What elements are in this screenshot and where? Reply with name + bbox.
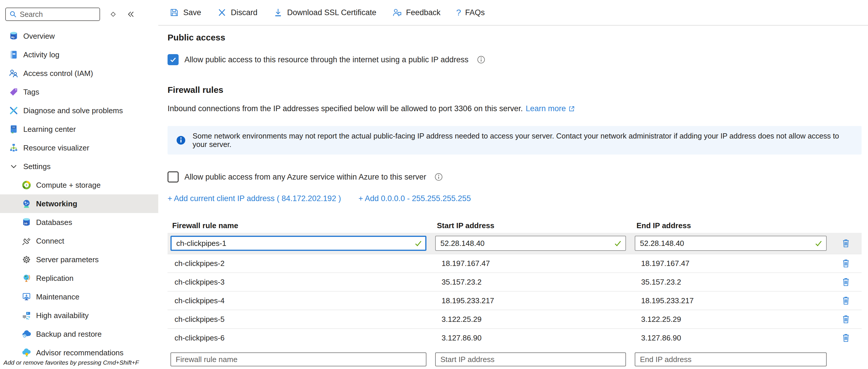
mysql-server-icon: My	[9, 31, 19, 41]
sidebar-item-high-availability[interactable]: High availability	[0, 306, 158, 325]
sidebar-item-replication[interactable]: Replication	[0, 269, 158, 287]
valid-check-icon	[814, 239, 823, 247]
sidebar-item-connect[interactable]: Connect	[0, 232, 158, 250]
sidebar-item-access-control[interactable]: Access control (IAM)	[0, 64, 158, 83]
delete-rule-button[interactable]	[837, 256, 855, 271]
azure-services-checkbox[interactable]	[167, 172, 179, 182]
discard-button[interactable]: Discard	[217, 7, 258, 18]
sidebar-item-label: Tags	[23, 88, 39, 97]
gear-icon	[22, 255, 31, 265]
new-rule-name-input[interactable]	[170, 352, 427, 366]
cloud-restore-icon	[22, 329, 31, 339]
sidebar-search-row	[0, 0, 158, 25]
diamond-icon[interactable]	[110, 10, 117, 18]
save-icon	[169, 7, 179, 18]
sidebar-item-label: Server parameters	[36, 255, 99, 264]
sidebar-item-learning-center[interactable]: 101 Learning center	[0, 120, 158, 139]
end-ip-cell: 18.195.233.217	[632, 296, 833, 305]
firewall-rules-table: Firewall rule name Start IP address End …	[167, 218, 862, 367]
end-ip-cell: 3.127.86.90	[632, 334, 833, 342]
table-row: ch-clickpipes-2 18.197.167.47 18.197.167…	[167, 254, 862, 272]
table-row-editing	[167, 233, 862, 254]
compute-donut-icon: $	[22, 180, 31, 190]
feedback-button[interactable]: Feedback	[392, 7, 441, 18]
delete-rule-button[interactable]	[837, 312, 855, 327]
rule-name-cell: ch-clickpipes-3	[167, 278, 432, 287]
sidebar-item-diagnose[interactable]: Diagnose and solve problems	[0, 101, 158, 120]
add-client-ip-link[interactable]: + Add current client IP address ( 84.172…	[167, 194, 341, 203]
sidebar-group-settings[interactable]: Settings	[0, 157, 158, 176]
favorites-hint: Add or remove favorites by pressing Cmd+…	[0, 358, 158, 369]
chevron-down-icon	[9, 161, 19, 172]
sidebar-item-databases[interactable]: DB Databases	[0, 213, 158, 232]
download-icon	[273, 7, 283, 18]
download-ssl-button[interactable]: Download SSL Certificate	[273, 7, 376, 18]
sidebar-item-resource-visualizer[interactable]: Resource visualizer	[0, 139, 158, 157]
sidebar-search-box[interactable]	[5, 7, 100, 21]
sidebar-item-advisor[interactable]: Advisor recommendations	[0, 343, 158, 358]
info-filled-icon	[176, 135, 186, 146]
database-icon: DB	[22, 217, 31, 227]
end-ip-cell: 35.157.23.2	[632, 278, 833, 287]
faqs-button[interactable]: ? FAQs	[456, 7, 485, 18]
sidebar-item-label: Overview	[23, 32, 55, 41]
public-access-heading: Public access	[167, 33, 862, 42]
end-ip-input[interactable]	[635, 236, 827, 251]
plug-icon	[22, 236, 31, 246]
delete-rule-button[interactable]	[837, 274, 855, 289]
sidebar-item-tags[interactable]: Tags	[0, 83, 158, 101]
sidebar-item-server-parameters[interactable]: Server parameters	[0, 250, 158, 269]
resource-sidebar: My Overview Activity log	[0, 0, 158, 369]
firewall-rules-heading: Firewall rules	[167, 85, 862, 95]
table-row: ch-clickpipes-6 3.127.86.90 3.127.86.90	[167, 328, 862, 347]
sidebar-item-label: High availability	[36, 311, 89, 320]
new-start-ip-input[interactable]	[435, 352, 626, 366]
start-ip-cell: 18.195.233.217	[432, 296, 632, 305]
sidebar-item-compute-storage[interactable]: $ Compute + storage	[0, 176, 158, 194]
learning-book-icon: 101	[9, 124, 19, 134]
network-info-banner: Some network environments may not report…	[167, 126, 862, 155]
activity-log-icon	[9, 50, 19, 60]
delete-rule-button[interactable]	[837, 293, 855, 308]
networking-content: Public access Allow public access to thi…	[158, 26, 868, 367]
sidebar-item-label: Replication	[36, 274, 73, 283]
sidebar-item-overview[interactable]: My Overview	[0, 27, 158, 45]
table-row: ch-clickpipes-5 3.122.25.29 3.122.25.29	[167, 310, 862, 328]
desk-globe-icon	[22, 273, 31, 283]
table-header-row: Firewall rule name Start IP address End …	[167, 218, 862, 233]
info-icon[interactable]	[434, 173, 443, 181]
sidebar-nav: My Overview Activity log	[0, 25, 158, 358]
rule-name-cell: ch-clickpipes-6	[167, 334, 432, 342]
public-access-checkbox-row: Allow public access to this resource thr…	[167, 54, 862, 65]
valid-check-icon	[414, 239, 422, 247]
sidebar-item-label: Advisor recommendations	[36, 348, 124, 357]
command-bar: Save Discard Download SSL Certificate Fe…	[158, 0, 868, 26]
sidebar-item-backup-restore[interactable]: Backup and restore	[0, 325, 158, 343]
start-ip-cell: 3.122.25.29	[432, 315, 632, 324]
table-row: ch-clickpipes-4 18.195.233.217 18.195.23…	[167, 291, 862, 310]
save-button[interactable]: Save	[169, 7, 201, 18]
sidebar-item-maintenance[interactable]: Maintenance	[0, 287, 158, 306]
azure-networking-page: My Overview Activity log	[0, 0, 868, 369]
tools-icon	[9, 105, 19, 116]
delete-rule-button[interactable]	[837, 330, 855, 345]
sidebar-item-activity-log[interactable]: Activity log	[0, 45, 158, 64]
public-access-checkbox[interactable]	[167, 54, 179, 65]
add-all-ips-link[interactable]: + Add 0.0.0.0 - 255.255.255.255	[359, 194, 471, 203]
banner-text: Some network environments may not report…	[192, 132, 854, 149]
rule-name-input[interactable]	[170, 236, 427, 251]
sidebar-item-networking[interactable]: Networking	[0, 194, 158, 213]
info-icon[interactable]	[477, 55, 486, 64]
delete-rule-button[interactable]	[837, 236, 855, 251]
learn-more-link[interactable]: Learn more	[526, 104, 575, 113]
sidebar-item-label: Resource visualizer	[23, 144, 89, 153]
start-ip-input[interactable]	[435, 236, 626, 251]
search-input[interactable]	[20, 10, 96, 19]
new-end-ip-input[interactable]	[635, 352, 827, 366]
end-ip-cell: 18.197.167.47	[632, 259, 833, 268]
sidebar-item-label: Maintenance	[36, 293, 80, 302]
svg-text:My: My	[11, 36, 14, 39]
start-ip-cell: 18.197.167.47	[432, 259, 632, 268]
sidebar-item-label: Compute + storage	[36, 181, 101, 190]
collapse-sidebar-icon[interactable]	[126, 10, 135, 19]
